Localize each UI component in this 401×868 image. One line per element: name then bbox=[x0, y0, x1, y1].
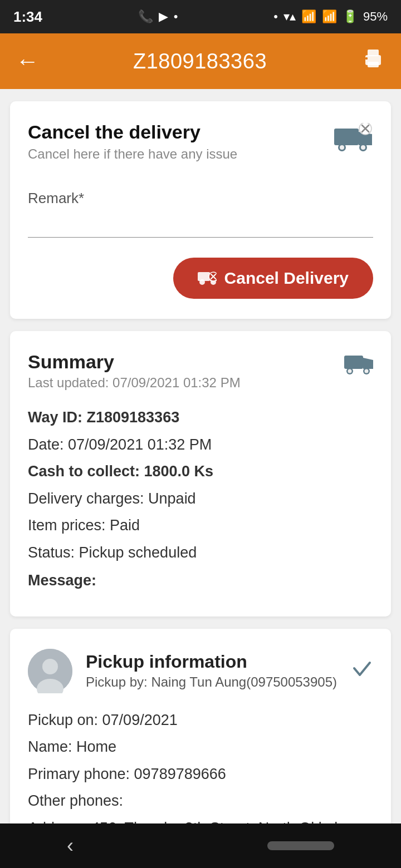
svg-point-25 bbox=[348, 369, 352, 373]
pickup-primary-phone: Primary phone: 09789789666 bbox=[28, 763, 373, 786]
notification-dot: • bbox=[174, 9, 178, 24]
summary-cash: Cash to collect: 1800.0 Ks bbox=[28, 460, 373, 483]
cancel-card-title: Cancel the delivery bbox=[28, 121, 237, 143]
bottom-nav-bar: ‹ bbox=[0, 823, 401, 868]
summary-delivery-charges: Delivery charges: Unpaid bbox=[28, 487, 373, 510]
page-title: Z1809183363 bbox=[133, 50, 267, 73]
cancel-delivery-btn-icon bbox=[198, 269, 217, 288]
time-display: 1:34 bbox=[13, 8, 42, 26]
svg-rect-21 bbox=[344, 356, 363, 369]
pickup-header: Pickup information Pickup by: Naing Tun … bbox=[28, 649, 373, 693]
svg-point-8 bbox=[361, 145, 365, 150]
pickup-header-left: Pickup information Pickup by: Naing Tun … bbox=[28, 649, 351, 693]
pickup-other-phones: Other phones: bbox=[28, 790, 373, 812]
summary-card: Summary Last updated: 07/09/2021 01:32 P… bbox=[10, 331, 391, 617]
pickup-avatar bbox=[28, 649, 72, 693]
pickup-check-icon bbox=[351, 657, 373, 684]
cancel-card-header: Cancel the delivery Cancel here if there… bbox=[28, 121, 373, 162]
svg-rect-4 bbox=[334, 129, 359, 145]
print-button[interactable] bbox=[361, 46, 385, 76]
wifi-icon: ▾▴ bbox=[283, 9, 296, 24]
remark-label: Remark* bbox=[28, 190, 373, 207]
svg-point-26 bbox=[365, 369, 369, 373]
svg-rect-2 bbox=[368, 62, 379, 67]
remark-input[interactable] bbox=[28, 210, 373, 238]
cancel-card-text: Cancel the delivery Cancel here if there… bbox=[28, 121, 237, 162]
cancel-card-subtitle: Cancel here if there have any issue bbox=[28, 146, 237, 162]
bottom-back-button[interactable]: ‹ bbox=[67, 834, 74, 857]
cancel-delivery-icon-area bbox=[333, 121, 373, 155]
summary-date: Date: 07/09/2021 01:32 PM bbox=[28, 433, 373, 456]
pickup-name: Name: Home bbox=[28, 736, 373, 758]
status-icons: 📞 ▶ • bbox=[138, 9, 178, 24]
header: ← Z1809183363 bbox=[0, 33, 401, 89]
pickup-on: Pickup on: 07/09/2021 bbox=[28, 709, 373, 732]
summary-title: Summary bbox=[28, 351, 241, 373]
cancel-card: Cancel the delivery Cancel here if there… bbox=[10, 101, 391, 319]
youtube-icon: ▶ bbox=[159, 9, 168, 24]
cancel-delivery-btn-label: Cancel Delivery bbox=[224, 269, 349, 288]
summary-message: Message: bbox=[28, 569, 373, 592]
cancel-btn-row: Cancel Delivery bbox=[28, 258, 373, 299]
summary-header-text: Summary Last updated: 07/09/2021 01:32 P… bbox=[28, 351, 241, 391]
battery-percent: 95% bbox=[363, 9, 388, 24]
signal-icon: 📶 bbox=[301, 9, 316, 24]
svg-point-9 bbox=[340, 145, 344, 150]
svg-rect-13 bbox=[198, 272, 210, 281]
svg-rect-3 bbox=[365, 57, 368, 60]
summary-header: Summary Last updated: 07/09/2021 01:32 P… bbox=[28, 351, 373, 391]
battery-icon: 🔋 bbox=[343, 9, 358, 24]
summary-status: Status: Pickup scheduled bbox=[28, 541, 373, 564]
svg-marker-22 bbox=[363, 358, 373, 369]
dot-icon: • bbox=[273, 9, 278, 24]
svg-point-28 bbox=[42, 659, 58, 674]
summary-way-id: Way ID: Z1809183363 bbox=[28, 406, 373, 429]
status-right-icons: • ▾▴ 📶 📶 🔋 95% bbox=[273, 9, 388, 24]
summary-last-updated: Last updated: 07/09/2021 01:32 PM bbox=[28, 375, 241, 391]
viber-icon: 📞 bbox=[138, 9, 153, 24]
summary-item-prices: Item prices: Paid bbox=[28, 514, 373, 537]
signal2-icon: 📶 bbox=[322, 9, 337, 24]
pickup-by: Pickup by: Naing Tun Aung(09750053905) bbox=[86, 674, 351, 690]
pickup-title: Pickup information bbox=[86, 652, 351, 672]
bottom-home-pill[interactable] bbox=[267, 841, 334, 850]
cancel-delivery-button[interactable]: Cancel Delivery bbox=[173, 258, 373, 299]
status-bar: 1:34 📞 ▶ • • ▾▴ 📶 📶 🔋 95% bbox=[0, 0, 401, 33]
summary-body: Way ID: Z1809183363 Date: 07/09/2021 01:… bbox=[28, 406, 373, 592]
svg-point-16 bbox=[199, 279, 205, 285]
summary-truck-icon bbox=[344, 351, 373, 382]
svg-rect-1 bbox=[368, 50, 379, 56]
pickup-info-text: Pickup information Pickup by: Naing Tun … bbox=[86, 652, 351, 690]
back-button[interactable]: ← bbox=[16, 48, 39, 75]
